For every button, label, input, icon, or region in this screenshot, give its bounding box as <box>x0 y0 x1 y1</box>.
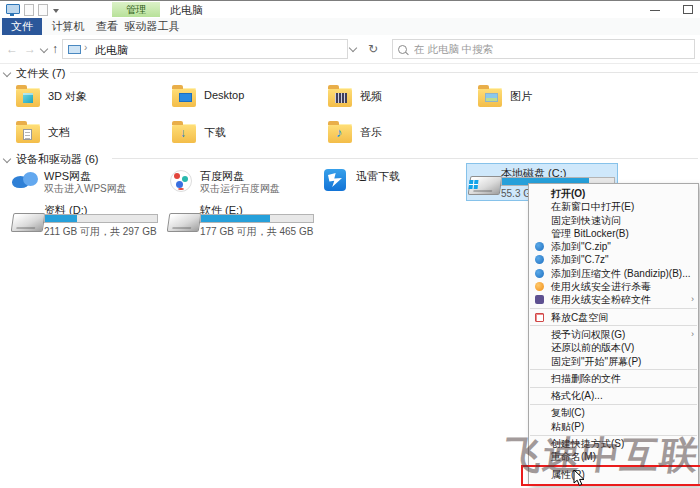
context-menu: 打开(O)在新窗口中打开(E)固定到快速访问管理 BitLocker(B)添加到… <box>528 183 699 485</box>
forward-button[interactable]: → <box>24 41 36 57</box>
huorong-antivirus-icon <box>535 282 544 291</box>
device-tile[interactable]: 资料 (D:)211 GB 可用，共 297 GB <box>10 201 160 237</box>
folder-tile[interactable]: Desktop <box>168 83 318 115</box>
menu-separator <box>530 387 697 388</box>
this-pc-small-icon <box>68 45 81 54</box>
thunder-download-icon <box>324 169 346 191</box>
folder-label: 3D 对象 <box>48 89 87 104</box>
quick-access-new-folder-icon[interactable] <box>38 4 48 16</box>
disk-cleanup-icon <box>535 313 544 322</box>
address-bar: ← → ↑ › 此电脑 › ↻ <box>0 35 700 64</box>
folder-icon <box>172 88 196 107</box>
context-menu-item[interactable]: 管理 BitLocker(B) <box>529 227 698 240</box>
folder-tile[interactable]: 文档 <box>12 119 162 151</box>
manage-contextual-tab[interactable]: 管理 <box>112 2 160 17</box>
context-menu-item[interactable]: 粘贴(P) <box>529 420 698 433</box>
recent-locations-dropdown-icon[interactable] <box>40 45 48 53</box>
folder-label: 音乐 <box>360 125 382 140</box>
folder-tile[interactable]: 图片 <box>474 83 624 115</box>
menu-item-label: 粘贴(P) <box>551 421 584 432</box>
breadcrumb-separator-icon[interactable]: › <box>125 42 128 53</box>
folder-label: 下载 <box>204 125 226 140</box>
context-menu-item[interactable]: 还原以前的版本(V) <box>529 341 698 354</box>
context-menu-item[interactable]: 固定到"开始"屏幕(P) <box>529 355 698 368</box>
menu-item-label: 添加到压缩文件 (Bandizip)(B)... <box>551 268 690 279</box>
context-menu-item[interactable]: 扫描删除的文件 <box>529 372 698 385</box>
folder-tile[interactable]: ♪音乐 <box>324 119 474 151</box>
folder-tile[interactable]: 视频 <box>324 83 474 115</box>
menu-item-label: 释放C盘空间 <box>551 312 608 323</box>
drive-usage-bar <box>200 214 314 223</box>
minimize-button[interactable] <box>645 1 667 16</box>
device-tile[interactable]: 迅雷下载 <box>322 167 472 203</box>
collapse-folders-icon[interactable] <box>3 69 11 77</box>
device-tile[interactable]: 软件 (E:)177 GB 可用，共 465 GB <box>166 201 316 237</box>
context-menu-item[interactable]: 属性(R) <box>529 468 698 481</box>
menu-item-label: 扫描删除的文件 <box>551 373 621 384</box>
wps-cloud-icon <box>12 172 40 189</box>
context-menu-item[interactable]: 使用火绒安全进行杀毒 <box>529 280 698 293</box>
context-menu-item[interactable]: 创建快捷方式(S) <box>529 437 698 450</box>
menu-item-label: 管理 BitLocker(B) <box>551 228 629 239</box>
drive-usage-bar <box>44 214 158 223</box>
section-divider <box>112 158 698 159</box>
context-menu-item[interactable]: 添加到压缩文件 (Bandizip)(B)... <box>529 267 698 280</box>
refresh-icon[interactable]: ↻ <box>368 42 378 56</box>
quick-access-dropdown-icon[interactable] <box>53 9 59 13</box>
tab-drive-tools[interactable]: 驱动器工具 <box>120 18 184 35</box>
menu-item-label: 添加到"C.zip" <box>551 241 611 252</box>
folder-tile[interactable]: ↓下载 <box>168 119 318 151</box>
context-menu-item[interactable]: 重命名(M) <box>529 450 698 463</box>
folder-label: Desktop <box>204 89 244 101</box>
breadcrumb[interactable]: 此电脑 <box>95 43 128 58</box>
device-tile[interactable]: WPS网盘双击进入WPS网盘 <box>10 167 160 203</box>
drive-name: 迅雷下载 <box>356 169 400 184</box>
folder-icon: ↓ <box>172 124 196 143</box>
address-dropdown-icon[interactable] <box>349 44 357 52</box>
drive-usage-fill <box>45 215 77 222</box>
context-menu-item[interactable]: 固定到快速访问 <box>529 214 698 227</box>
windows-logo-icon <box>469 180 479 189</box>
context-menu-item[interactable]: 使用火绒安全粉碎文件› <box>529 293 698 306</box>
document-icon <box>23 129 32 140</box>
collapse-devices-icon[interactable] <box>3 155 11 163</box>
context-menu-item[interactable]: 添加到"C.zip" <box>529 240 698 253</box>
folder-label: 视频 <box>360 89 382 104</box>
menu-item-label: 添加到"C.7z" <box>551 254 609 265</box>
context-menu-item[interactable]: 在新窗口中打开(E) <box>529 200 698 213</box>
address-field[interactable]: › 此电脑 › <box>62 39 348 59</box>
tab-view[interactable]: 查看 <box>92 18 122 35</box>
folder-label: 文档 <box>48 125 70 140</box>
up-button[interactable]: ↑ <box>52 41 58 57</box>
context-menu-item[interactable]: 复制(C) <box>529 406 698 419</box>
ribbon-tabs: 文件计算机查看驱动器工具 <box>0 18 700 36</box>
menu-item-label: 使用火绒安全粉碎文件 <box>551 294 651 305</box>
menu-item-label: 属性(R) <box>551 469 585 480</box>
bandizip-zip-icon <box>535 255 544 264</box>
baidu-netdisk-icon <box>170 170 192 192</box>
back-button[interactable]: ← <box>6 41 18 57</box>
folder-tile[interactable]: 3D 对象 <box>12 83 162 115</box>
folder-label: 图片 <box>510 89 532 104</box>
tab-computer[interactable]: 计算机 <box>46 18 90 35</box>
picture-icon <box>485 93 498 102</box>
context-menu-item[interactable]: 打开(O) <box>529 187 698 200</box>
tab-file[interactable]: 文件 <box>2 18 42 35</box>
folders-section-title: 文件夹 (7) <box>16 66 66 81</box>
bandizip-zip-icon <box>535 242 544 251</box>
device-tile[interactable]: 百度网盘双击运行百度网盘 <box>166 167 316 203</box>
maximize-button[interactable] <box>678 1 700 16</box>
search-box[interactable] <box>392 39 695 59</box>
monitor-icon <box>179 93 192 102</box>
context-menu-item[interactable]: 添加到"C.7z" <box>529 253 698 266</box>
menu-separator <box>530 369 697 370</box>
search-input[interactable] <box>412 42 689 56</box>
context-menu-item[interactable]: 授予访问权限(G)› <box>529 328 698 341</box>
huorong-shred-icon <box>535 295 544 304</box>
context-menu-item[interactable]: 释放C盘空间 <box>529 311 698 324</box>
menu-separator <box>530 435 697 436</box>
drive-capacity: 211 GB 可用，共 297 GB <box>44 225 157 239</box>
quick-access-properties-icon[interactable] <box>24 4 34 16</box>
context-menu-item[interactable]: 格式化(A)... <box>529 389 698 402</box>
drive-subtitle: 双击进入WPS网盘 <box>44 182 127 196</box>
